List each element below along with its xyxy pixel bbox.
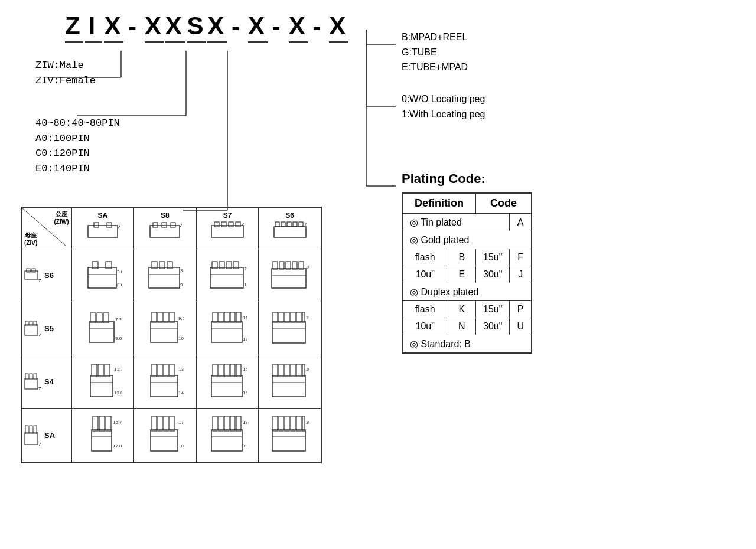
svg-rect-59 <box>299 262 304 269</box>
svg-rect-114 <box>158 364 162 377</box>
svg-text:9.0: 9.0 <box>178 316 184 321</box>
svg-text:12.0: 12.0 <box>306 316 309 320</box>
svg-rect-100 <box>25 378 38 389</box>
svg-rect-8 <box>94 223 99 227</box>
plating-def-duplex-15u: 15u" <box>476 301 510 318</box>
svg-rect-33 <box>88 267 116 288</box>
svg-rect-138 <box>25 433 38 445</box>
connector-s4-sa: 11.7 13.0 <box>83 359 122 403</box>
plating-row-duplex-10u: 10u" N 30u" U <box>402 318 532 335</box>
cell-sa-s6: 20.0 <box>259 409 321 463</box>
code-char-i: I <box>85 12 102 43</box>
connector-s5-sa: 7.2 9.0 <box>83 307 122 348</box>
plating-row-duplex-header: ◎ Duplex plated <box>402 283 532 301</box>
cell-s6-s7: 7.0 10.0 <box>196 249 259 302</box>
plating-code-u: U <box>510 318 532 335</box>
svg-rect-86 <box>230 312 235 322</box>
svg-rect-85 <box>224 312 229 322</box>
cell-s5-sa: 7.2 9.0 <box>71 302 134 355</box>
svg-rect-25 <box>287 222 291 227</box>
packaging-b: B:MPAD+REEL <box>402 30 468 45</box>
svg-rect-18 <box>221 222 226 227</box>
svg-rect-24 <box>281 222 285 227</box>
svg-text:3.0: 3.0 <box>180 268 184 273</box>
svg-rect-161 <box>224 416 229 431</box>
s6-row-icon: 7 <box>24 268 42 283</box>
cell-s4-s8: 13.0 14.0 <box>134 355 197 409</box>
plating-code-k: K <box>448 301 476 318</box>
plating-code-f: F <box>510 249 532 266</box>
separator-3: - <box>272 13 284 41</box>
svg-rect-105 <box>90 375 113 397</box>
connector-s4-s7: 15.0 15.0 <box>208 359 247 403</box>
plating-table: Definition Code ◎ Tin plated A ◎ Gold pl… <box>402 192 532 354</box>
svg-text:7: 7 <box>38 386 41 391</box>
svg-text:15.0: 15.0 <box>243 367 247 372</box>
cell-s6-s8: 3.0 9.0 <box>134 249 197 302</box>
svg-rect-65 <box>34 321 37 326</box>
connector-sa-sa: 15.7 17.0 <box>83 411 122 458</box>
cell-s6-sa: 3.0 8.0 <box>71 249 134 302</box>
connector-sa-s6: 20.0 <box>271 411 309 458</box>
connector-table: 公座(ZIW) 母座(ZIV) SA 7 <box>21 207 322 463</box>
s8-header-connector: 7 <box>147 220 183 243</box>
separator-4: - <box>312 13 324 41</box>
svg-rect-91 <box>272 322 305 343</box>
svg-rect-162 <box>230 416 235 431</box>
svg-rect-154 <box>170 416 174 431</box>
connector-sa-s8: 17.0 18.0 <box>146 411 184 458</box>
svg-rect-7 <box>88 226 118 237</box>
code-line: Z I X - X X S X - X - X - X <box>18 12 348 43</box>
svg-text:17.0: 17.0 <box>113 443 122 449</box>
svg-rect-131 <box>279 364 284 377</box>
svg-rect-115 <box>164 364 168 377</box>
s5-row-icon: 7 <box>24 320 42 338</box>
svg-rect-163 <box>236 416 241 431</box>
code-char-xx1: X <box>145 12 164 43</box>
plating-title: Plating Code: <box>402 171 532 187</box>
svg-rect-132 <box>285 364 289 377</box>
svg-text:9.0: 9.0 <box>115 336 122 341</box>
svg-text:7: 7 <box>38 442 41 447</box>
svg-text:16.0: 16.0 <box>306 367 309 371</box>
svg-rect-39 <box>149 267 180 288</box>
svg-rect-121 <box>213 364 217 377</box>
svg-rect-9 <box>107 223 112 227</box>
svg-rect-113 <box>152 364 157 377</box>
code-char-x4: X <box>329 12 348 43</box>
code-char-x2: X <box>248 12 268 43</box>
plating-row-gold-flash: flash B 15u" F <box>402 249 532 266</box>
svg-rect-16 <box>211 226 243 237</box>
svg-rect-30 <box>27 269 30 272</box>
plating-def-duplex-10u: 10u" <box>402 318 448 335</box>
plating-def-standard: ◎ Standard: B <box>402 335 532 354</box>
svg-rect-92 <box>273 312 278 322</box>
svg-rect-57 <box>286 262 291 269</box>
locating-block: 0:W/O Locating peg 1:With Locating peg <box>402 92 485 122</box>
code-char-x3: X <box>289 12 308 43</box>
svg-text:3.0: 3.0 <box>117 269 122 274</box>
cell-s5-s8: 9.0 10.0 <box>134 302 197 355</box>
svg-rect-13 <box>162 223 167 227</box>
svg-rect-82 <box>211 322 242 342</box>
svg-text:11.0: 11.0 <box>243 315 247 321</box>
svg-rect-123 <box>224 364 229 377</box>
cell-s4-sa: 11.7 13.0 <box>71 355 134 409</box>
svg-text:13.0: 13.0 <box>114 390 122 396</box>
svg-rect-159 <box>213 416 217 431</box>
code-char-sx1: S <box>187 12 207 43</box>
table-row-s5: 7 S5 7.2 <box>22 302 321 355</box>
connector-sa-s7: 18.0 18.0 <box>208 411 247 458</box>
svg-rect-167 <box>272 430 305 451</box>
plating-row-gold-10u: 10u" E 30u" J <box>402 266 532 283</box>
plating-row-tin: ◎ Tin plated A <box>402 214 532 231</box>
table-header-corner: 公座(ZIW) 母座(ZIV) <box>22 208 72 249</box>
svg-rect-83 <box>213 312 217 322</box>
svg-rect-20 <box>236 222 240 227</box>
svg-rect-97 <box>302 312 305 322</box>
connector-s4-s6: 16.0 <box>271 359 309 403</box>
table-row-s6: 7 S6 3.0 8. <box>22 249 321 302</box>
svg-rect-130 <box>273 364 278 377</box>
row-label-sa: 7 SA <box>22 409 72 463</box>
svg-rect-168 <box>273 416 278 431</box>
